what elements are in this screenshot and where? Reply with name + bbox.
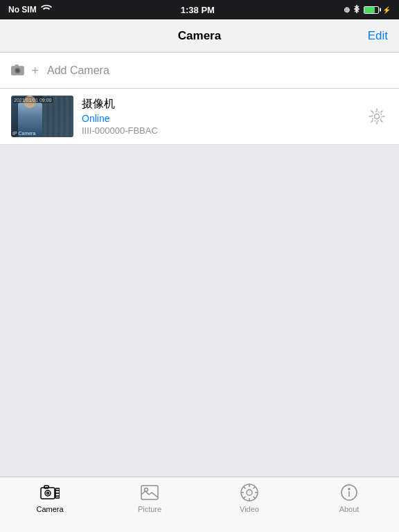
camera-thumbnail: 2021/01/01 09:00 IP Camera	[11, 96, 73, 137]
picture-tab-icon	[140, 483, 159, 502]
camera-item[interactable]: 2021/01/01 09:00 IP Camera 摄像机 Online II…	[0, 89, 399, 145]
svg-line-26	[244, 497, 246, 499]
svg-point-8	[45, 490, 51, 496]
camera-name: 摄像机	[82, 97, 366, 112]
svg-line-23	[244, 487, 246, 489]
tab-picture[interactable]: Picture	[100, 483, 200, 513]
status-right: ⊕ ⚡	[344, 4, 391, 16]
add-camera-label: Add Camera	[47, 64, 109, 77]
add-plus-icon: +	[31, 64, 39, 77]
video-tab-label: Video	[240, 505, 259, 513]
svg-point-5	[375, 114, 380, 119]
about-tab-label: About	[339, 505, 360, 513]
charging-icon: ⚡	[382, 6, 391, 14]
carrier-label: No SIM	[8, 5, 37, 15]
tab-camera[interactable]: Camera	[0, 483, 100, 513]
camera-list: 2021/01/01 09:00 IP Camera 摄像机 Online II…	[0, 89, 399, 145]
tab-bar: Camera Picture	[0, 477, 399, 532]
tab-video[interactable]: Video	[200, 483, 299, 513]
svg-rect-4	[15, 64, 18, 66]
camera-settings-button[interactable]	[366, 105, 388, 127]
about-tab-icon	[339, 483, 359, 502]
battery-icon	[364, 6, 379, 14]
svg-point-29	[348, 488, 350, 490]
nav-title: Camera	[178, 29, 221, 43]
tab-about[interactable]: About	[299, 483, 399, 513]
svg-point-3	[16, 69, 19, 71]
status-time: 1:38 PM	[181, 5, 215, 15]
svg-point-9	[47, 493, 49, 495]
svg-rect-10	[44, 486, 48, 488]
add-camera-icon: +	[11, 61, 39, 80]
camera-id: IIII-000000-FBBAC	[82, 125, 366, 136]
nav-bar: Camera Edit	[0, 19, 399, 53]
location-icon: ⊕	[344, 6, 350, 15]
camera-thumb-timestamp: 2021/01/01 09:00	[12, 97, 53, 103]
camera-status: Online	[82, 113, 366, 124]
status-bar: No SIM 1:38 PM ⊕ ⚡	[0, 0, 399, 19]
content-area	[0, 145, 399, 491]
svg-line-24	[254, 497, 256, 499]
svg-point-18	[247, 490, 252, 495]
status-left: No SIM	[8, 5, 52, 15]
edit-button[interactable]: Edit	[368, 29, 388, 43]
camera-tab-icon	[40, 483, 60, 502]
bluetooth-icon	[353, 4, 360, 16]
svg-point-6	[372, 112, 382, 121]
svg-line-25	[254, 487, 256, 489]
camera-thumb-label: IP Camera	[12, 131, 35, 136]
gear-icon	[368, 107, 386, 125]
wifi-icon	[41, 5, 52, 15]
video-tab-icon	[240, 483, 259, 502]
picture-tab-label: Picture	[138, 505, 161, 513]
camera-tab-label: Camera	[36, 505, 63, 513]
svg-rect-7	[41, 488, 55, 499]
camera-info: 摄像机 Online IIII-000000-FBBAC	[82, 97, 366, 136]
add-camera-row[interactable]: + Add Camera	[0, 53, 399, 89]
